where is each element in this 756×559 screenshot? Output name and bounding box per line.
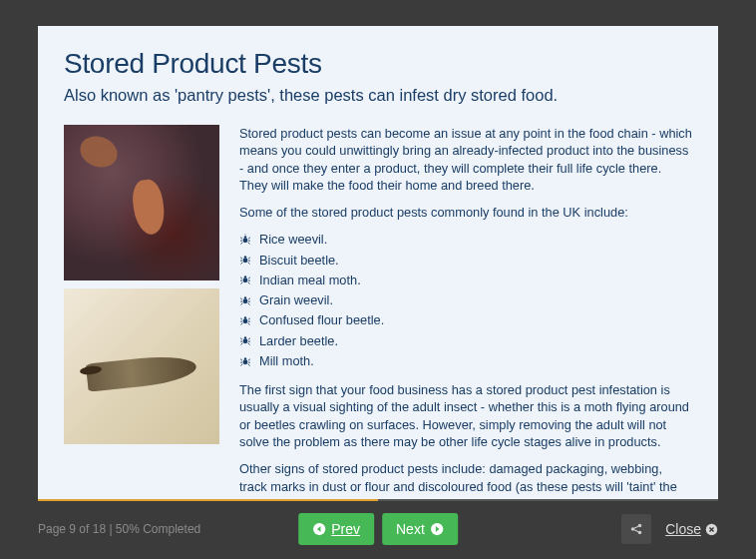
- svg-point-49: [243, 359, 248, 364]
- list-item: Confused flour beetle.: [239, 311, 692, 328]
- svg-line-40: [248, 323, 250, 325]
- svg-line-7: [241, 243, 243, 245]
- list-item: Indian meal moth.: [239, 272, 692, 288]
- svg-point-33: [243, 318, 248, 323]
- svg-line-27: [240, 298, 242, 300]
- close-circle-icon: [705, 523, 718, 536]
- svg-line-63: [634, 530, 638, 532]
- svg-line-48: [248, 343, 250, 345]
- svg-point-34: [244, 316, 246, 318]
- svg-point-1: [244, 236, 246, 238]
- svg-line-23: [241, 282, 243, 284]
- progress-bar: [38, 499, 718, 501]
- share-icon: [629, 522, 643, 536]
- next-button[interactable]: Next: [382, 513, 458, 545]
- svg-line-36: [248, 318, 250, 320]
- footer-bar: Page 9 of 18 | 50% Completed Prev Next C…: [0, 499, 756, 559]
- svg-line-44: [248, 338, 250, 340]
- svg-line-20: [248, 278, 250, 280]
- pest-image-beetle: [64, 125, 219, 280]
- svg-line-8: [248, 243, 250, 245]
- svg-point-41: [243, 339, 248, 344]
- paragraph: Stored product pests can become an issue…: [239, 125, 692, 194]
- svg-line-32: [248, 302, 250, 304]
- share-button[interactable]: [621, 514, 651, 544]
- paragraph: Other signs of stored product pests incl…: [239, 460, 692, 499]
- bug-icon: [239, 234, 251, 246]
- svg-line-39: [241, 323, 243, 325]
- close-button[interactable]: Close: [665, 521, 718, 537]
- arrow-left-circle-icon: [312, 522, 326, 536]
- svg-line-62: [634, 526, 638, 528]
- svg-line-35: [240, 318, 242, 320]
- bug-icon: [239, 314, 251, 326]
- svg-line-19: [240, 278, 242, 280]
- image-column: [64, 125, 219, 499]
- list-item-label: Biscuit beetle.: [259, 252, 339, 269]
- list-item: Biscuit beetle.: [239, 252, 692, 269]
- paragraph: The first sign that your food business h…: [239, 381, 692, 450]
- svg-line-31: [241, 302, 243, 304]
- bug-icon: [239, 254, 251, 266]
- svg-line-55: [241, 363, 243, 365]
- list-item-label: Rice weevil.: [259, 231, 327, 248]
- next-label: Next: [396, 521, 425, 537]
- pest-image-moth: [64, 288, 219, 444]
- svg-point-9: [243, 259, 248, 264]
- svg-line-47: [241, 343, 243, 345]
- list-item: Mill moth.: [239, 352, 692, 369]
- svg-point-25: [243, 298, 248, 303]
- svg-line-11: [240, 258, 242, 260]
- svg-point-10: [244, 256, 246, 258]
- close-label: Close: [665, 521, 701, 537]
- list-item: Larder beetle.: [239, 332, 692, 349]
- lesson-page: Stored Product Pests Also known as 'pant…: [38, 26, 718, 499]
- bug-icon: [239, 334, 251, 346]
- list-item-label: Mill moth.: [259, 352, 314, 369]
- page-title: Stored Product Pests: [64, 48, 692, 80]
- bug-icon: [239, 274, 251, 285]
- page-counter: Page 9 of 18 | 50% Completed: [38, 522, 200, 536]
- svg-line-15: [241, 263, 243, 265]
- pest-list: Rice weevil. Biscuit beetle. Indian meal…: [239, 231, 692, 369]
- svg-point-50: [244, 357, 246, 359]
- svg-point-42: [244, 336, 246, 338]
- svg-line-12: [248, 258, 250, 260]
- svg-line-28: [248, 298, 250, 300]
- bug-icon: [239, 355, 251, 367]
- text-column: Stored product pests can become an issue…: [239, 125, 692, 499]
- progress-fill: [38, 499, 378, 501]
- paragraph: Some of the stored product pests commonl…: [239, 204, 692, 221]
- svg-line-3: [240, 238, 242, 240]
- svg-point-18: [244, 277, 246, 279]
- list-item-label: Grain weevil.: [259, 291, 333, 308]
- svg-line-43: [240, 338, 242, 340]
- svg-line-56: [248, 363, 250, 365]
- bug-icon: [239, 294, 251, 306]
- svg-point-0: [243, 238, 248, 243]
- svg-line-16: [248, 263, 250, 265]
- svg-point-26: [244, 296, 246, 298]
- prev-label: Prev: [331, 521, 360, 537]
- page-subtitle: Also known as 'pantry pests', these pest…: [64, 86, 692, 105]
- list-item: Rice weevil.: [239, 231, 692, 248]
- svg-line-52: [248, 358, 250, 360]
- list-item: Grain weevil.: [239, 291, 692, 308]
- prev-button[interactable]: Prev: [298, 513, 374, 545]
- list-item-label: Indian meal moth.: [259, 272, 361, 288]
- svg-line-51: [240, 358, 242, 360]
- list-item-label: Larder beetle.: [259, 332, 338, 349]
- svg-point-17: [243, 279, 248, 283]
- list-item-label: Confused flour beetle.: [259, 311, 384, 328]
- arrow-right-circle-icon: [430, 522, 444, 536]
- svg-line-24: [248, 282, 250, 284]
- svg-line-4: [248, 238, 250, 240]
